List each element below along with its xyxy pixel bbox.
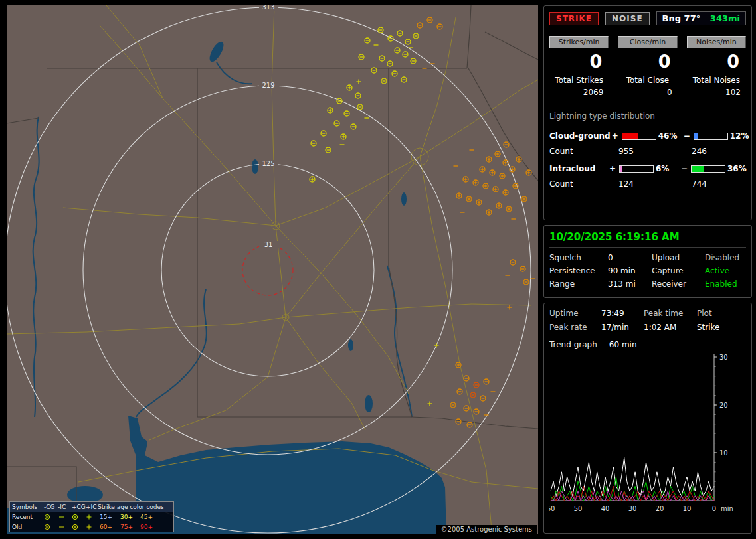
x-tick-label: 20 (656, 505, 664, 512)
persistence-label: Persistence (549, 266, 608, 275)
cg-plus-bar (622, 133, 656, 140)
strike-indicator-button[interactable]: STRIKE (549, 12, 599, 25)
distribution-title: Lightning type distribution (549, 112, 746, 123)
intracloud-label: Intracloud (549, 164, 608, 173)
strike-legend: Symbols -CG -IC +CG +IC Strike age color… (9, 501, 174, 532)
pos-ic-symbol-icon (84, 524, 98, 530)
age-90: 90+ (138, 524, 158, 530)
ring-label-313: 313 (262, 5, 274, 11)
intracloud-count-row: Count 124 744 (549, 179, 746, 189)
upload-label: Upload (652, 253, 705, 262)
legend-col-pic: +IC (84, 504, 98, 510)
y-tick-label: 10 (719, 449, 728, 457)
map[interactable]: 31321912531 Symbols -CG -IC +CG +IC Stri… (7, 5, 538, 534)
x-tick-label: 40 (601, 505, 610, 512)
total-strikes-value: 2069 (549, 88, 609, 97)
age-45: 45+ (138, 514, 158, 520)
ring-label-219: 219 (262, 82, 274, 89)
bearing-display: Bng 77° 343mi (656, 11, 746, 25)
pos-cg-symbol-icon (70, 524, 84, 530)
ic-plus-count: 124 (618, 179, 692, 189)
intracloud-row: Intracloud + 6% − 36% (549, 164, 746, 173)
peak-rate-label: Peak rate (549, 323, 601, 332)
receiver-label: Receiver (652, 279, 705, 289)
legend-old-label: Old (10, 524, 42, 530)
neg-cg-symbol-icon (42, 524, 56, 530)
total-close-label: Total Close (618, 76, 677, 85)
legend-recent-row: Recent 15+ 30+ 45+ (10, 512, 173, 522)
squelch-label: Squelch (549, 253, 608, 262)
strikes-per-min-label: Strikes/min (549, 36, 609, 48)
neg-ic-symbol-icon (56, 514, 70, 520)
trend-graph-label: Trend graph (549, 340, 597, 349)
status-grid: Uptime 73:49 Peak time Plot Peak rate 17… (549, 309, 746, 332)
ring-label-125: 125 (262, 160, 274, 167)
x-tick-label: 30 (628, 505, 637, 512)
plus-sign: + (608, 164, 617, 173)
age-75: 75+ (118, 524, 138, 530)
sidebar: STRIKE NOISE Bng 77° 343mi Strikes/min 0… (543, 5, 752, 534)
legend-col-ncg: -CG (42, 504, 56, 510)
x-unit-label: min (721, 505, 733, 512)
age-15: 15+ (98, 514, 118, 520)
y-tick-label: 20 (719, 402, 728, 409)
map-canvas: 31321912531 (7, 5, 538, 534)
cloud-ground-count-row: Count 955 246 (549, 147, 746, 156)
x-tick-label: 10 (683, 505, 692, 512)
legend-old-row: Old 60+ 75+ 90+ (10, 522, 173, 532)
trend-graph: 1020306050403020100min (549, 352, 737, 515)
legend-header-row: Symbols -CG -IC +CG +IC Strike age color… (10, 502, 173, 512)
legend-col-nic: -IC (56, 504, 70, 510)
close-column: Close/min 0 Total Close 0 (618, 36, 677, 97)
noises-per-min-value: 0 (687, 51, 746, 74)
neg-cg-symbol-icon (42, 514, 56, 520)
cg-plus-pct: 46% (658, 131, 682, 141)
legend-age-header: Strike age color codes (98, 504, 158, 510)
capture-value: Active (705, 266, 746, 275)
count-label: Count (549, 147, 618, 156)
squelch-value: 0 (608, 253, 652, 262)
copyright: ©2005 Astrogenic Systems (436, 525, 537, 534)
cloud-ground-label: Cloud-ground (549, 131, 611, 141)
stats-panel: STRIKE NOISE Bng 77° 343mi Strikes/min 0… (543, 5, 752, 220)
x-tick-label: 60 (549, 505, 555, 512)
legend-col-pcg: +CG (70, 504, 84, 510)
ic-plus-pct: 6% (656, 164, 680, 173)
noises-per-min-label: Noises/min (687, 36, 746, 48)
app-window: 31321912531 Symbols -CG -IC +CG +IC Stri… (0, 0, 756, 539)
ic-minus-pct: 36% (727, 164, 751, 173)
peak-time-value: 1:02 AM (644, 323, 697, 332)
close-per-min-value: 0 (618, 51, 677, 74)
bearing-value: Bng 77° (662, 13, 701, 23)
bearing-distance: 343mi (710, 13, 740, 23)
peak-rate-value: 17/min (601, 323, 644, 332)
close-per-min-label: Close/min (618, 36, 677, 48)
cg-minus-bar (694, 133, 728, 140)
neg-ic-symbol-icon (56, 524, 70, 530)
trend-panel: Uptime 73:49 Peak time Plot Peak rate 17… (543, 303, 752, 534)
upload-value: Disabled (705, 253, 746, 262)
ring-label-31: 31 (264, 241, 273, 248)
range-value: 313 mi (608, 279, 652, 289)
cg-plus-count: 955 (618, 147, 692, 156)
uptime-label: Uptime (549, 309, 601, 318)
cg-minus-count: 246 (692, 147, 707, 156)
legend-symbols-header: Symbols (10, 504, 42, 510)
total-noises-label: Total Noises (687, 76, 746, 85)
cloud-ground-row: Cloud-ground + 46% − 12% (549, 131, 746, 141)
noise-indicator-button[interactable]: NOISE (605, 12, 650, 25)
trend-window-value: 60 min (609, 340, 637, 349)
persistence-value: 90 min (608, 266, 652, 275)
total-close-value: 0 (618, 88, 677, 97)
receiver-value: Enabled (705, 279, 746, 289)
peak-time-label: Peak time (644, 309, 697, 318)
count-label: Count (549, 179, 618, 189)
uptime-value: 73:49 (601, 309, 644, 318)
total-strikes-label: Total Strikes (549, 76, 609, 85)
ic-plus-bar (619, 165, 654, 173)
y-tick-label: 30 (719, 354, 728, 361)
plot-label: Plot (697, 309, 746, 318)
rate-columns: Strikes/min 0 Total Strikes 2069 Close/m… (549, 36, 746, 97)
settings-panel: 10/20/2025 6:19:16 AM Squelch 0 Upload D… (543, 225, 752, 298)
ic-minus-bar (691, 165, 725, 173)
